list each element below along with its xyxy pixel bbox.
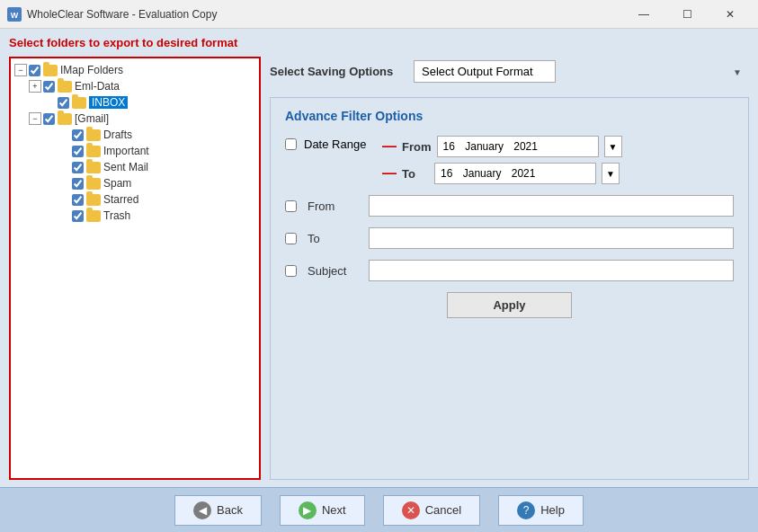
folder-icon-drafts <box>86 129 101 141</box>
folder-icon-imap <box>43 65 58 76</box>
advance-filter-title: Advance Filter Options <box>285 109 734 123</box>
from-date-dropdown-btn[interactable]: ▼ <box>604 136 622 157</box>
maximize-button[interactable]: ☐ <box>666 2 708 27</box>
to-date-dropdown-btn[interactable]: ▼ <box>602 163 620 184</box>
format-select-wrapper: Select Output Format PST PDF EML MSG MBO… <box>414 60 749 83</box>
folder-icon-trash <box>86 210 101 222</box>
tree-item-spam[interactable]: Spam <box>58 175 255 191</box>
checkbox-inbox[interactable] <box>58 97 69 109</box>
tree-item-trash[interactable]: Trash <box>58 208 255 224</box>
tree-item-inbox[interactable]: INBOX <box>43 94 255 111</box>
checkbox-to[interactable] <box>285 233 297 244</box>
window-body: Select folders to export to desired form… <box>0 29 758 487</box>
label-starred: Starred <box>103 193 138 206</box>
tree-item-drafts[interactable]: Drafts <box>58 127 255 143</box>
close-button[interactable]: ✕ <box>709 2 751 27</box>
titlebar-title: WholeClear Software - Evaluation Copy <box>27 8 623 21</box>
from-date-display: 16 January 2021 <box>437 136 599 157</box>
subject-filter-label: Subject <box>308 264 361 278</box>
tree-item-eml[interactable]: + Eml-Data <box>29 78 255 94</box>
label-gmail: [Gmail] <box>75 112 109 125</box>
label-inbox: INBOX <box>89 96 128 109</box>
folder-icon-important <box>86 146 101 157</box>
svg-text:W: W <box>11 11 19 20</box>
checkbox-drafts[interactable] <box>72 129 84 141</box>
cancel-icon: ✕ <box>402 501 420 519</box>
to-day: 16 <box>441 167 452 180</box>
label-imap: IMap Folders <box>60 64 123 76</box>
from-day: 16 <box>443 140 455 153</box>
checkbox-important[interactable] <box>72 146 84 157</box>
checkbox-date-range[interactable] <box>285 138 297 150</box>
expand-icon-imap[interactable]: − <box>14 64 27 76</box>
apply-btn-row: Apply <box>285 292 734 318</box>
format-select[interactable]: Select Output Format PST PDF EML MSG MBO… <box>414 60 556 83</box>
back-button[interactable]: ◀ Back <box>174 495 262 526</box>
subject-filter-input[interactable] <box>369 260 734 281</box>
tree-item-gmail[interactable]: − [Gmail] <box>29 111 255 127</box>
label-drafts: Drafts <box>103 129 132 141</box>
next-icon: ▶ <box>299 501 317 519</box>
checkbox-trash[interactable] <box>72 210 84 222</box>
tree-item-important[interactable]: Important <box>58 143 255 159</box>
minimize-button[interactable]: — <box>623 2 664 27</box>
from-year: 2021 <box>513 140 538 153</box>
tree-item-starred[interactable]: Starred <box>58 191 255 208</box>
to-date-display: 16 January 2021 <box>434 163 596 184</box>
back-icon: ◀ <box>193 501 211 519</box>
checkbox-from[interactable] <box>285 200 297 212</box>
checkbox-eml[interactable] <box>43 81 55 93</box>
to-month: January <box>463 167 502 180</box>
folder-icon-inbox <box>72 97 86 109</box>
help-button[interactable]: ? Help <box>498 495 584 526</box>
app-icon: W <box>7 7 22 22</box>
date-range-row: Date Range — From 16 January <box>285 136 734 184</box>
date-checkbox-label: Date Range <box>285 136 375 151</box>
bottom-bar: ◀ Back ▶ Next ✕ Cancel ? Help <box>0 487 758 532</box>
tree-item-imap[interactable]: − IMap Folders <box>14 62 255 78</box>
folder-icon-gmail <box>58 113 72 125</box>
from-dash-icon: — <box>382 139 397 154</box>
date-range-label: Date Range <box>304 137 366 151</box>
saving-options-row: Select Saving Options Select Output Form… <box>270 57 749 86</box>
checkbox-subject[interactable] <box>285 265 297 277</box>
apply-button[interactable]: Apply <box>447 292 571 318</box>
help-icon: ? <box>517 501 535 519</box>
folder-icon-eml <box>58 81 72 93</box>
back-label: Back <box>217 503 243 517</box>
tree-item-sentmail[interactable]: Sent Mail <box>58 159 255 175</box>
next-button[interactable]: ▶ Next <box>280 495 365 526</box>
from-month: January <box>465 140 504 153</box>
from-filter-input[interactable] <box>369 195 734 217</box>
folder-panel: − IMap Folders + Eml-Data INBOX − <box>9 57 261 480</box>
checkbox-spam[interactable] <box>72 178 84 190</box>
folder-icon-spam <box>86 178 101 190</box>
label-eml: Eml-Data <box>75 80 120 93</box>
header-instruction: Select folders to export to desired form… <box>9 36 749 49</box>
to-date-label: To <box>402 167 429 181</box>
label-sentmail: Sent Mail <box>103 161 148 173</box>
checkbox-starred[interactable] <box>72 194 84 206</box>
help-label: Help <box>540 503 565 517</box>
main-content: − IMap Folders + Eml-Data INBOX − <box>9 57 749 480</box>
next-label: Next <box>322 503 346 517</box>
from-filter-row: From <box>285 195 734 217</box>
subject-filter-row: Subject <box>285 260 734 281</box>
checkbox-sentmail[interactable] <box>72 162 84 173</box>
label-important: Important <box>103 145 149 157</box>
right-panel: Select Saving Options Select Output Form… <box>270 57 749 480</box>
to-filter-label: To <box>308 232 361 245</box>
to-filter-input[interactable] <box>369 227 734 249</box>
checkbox-gmail[interactable] <box>43 113 55 125</box>
expand-icon-eml[interactable]: + <box>29 80 41 93</box>
from-date-row: — From 16 January 2021 ▼ <box>382 136 622 157</box>
to-date-row: — To 16 January 2021 ▼ <box>382 163 622 184</box>
checkbox-imap[interactable] <box>29 65 40 76</box>
folder-icon-sentmail <box>86 162 101 173</box>
from-filter-label: From <box>308 200 361 213</box>
expand-icon-gmail[interactable]: − <box>29 112 41 125</box>
cancel-button[interactable]: ✕ Cancel <box>383 495 480 526</box>
to-dash-icon: — <box>382 166 397 181</box>
saving-options-label: Select Saving Options <box>270 65 405 78</box>
folder-icon-starred <box>86 194 101 206</box>
